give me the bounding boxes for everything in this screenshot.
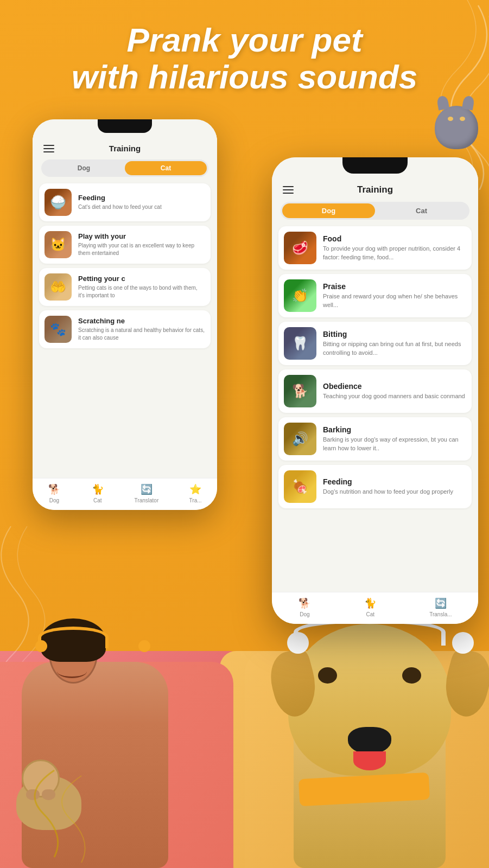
dog-eye-right [402, 667, 421, 684]
item-title: Bitting [323, 330, 466, 339]
item-image: 🐾 [45, 316, 72, 343]
list-item[interactable]: 🐕 Obedience Teaching your dog good manne… [278, 369, 472, 413]
headphone-right [138, 640, 150, 652]
item-image: 🔊 [284, 423, 316, 455]
list-item[interactable]: 👏 Praise Praise and reward your dog when… [278, 274, 472, 317]
woman-dog-photo [0, 602, 233, 868]
cat-eye-left [448, 117, 453, 121]
smile [57, 665, 87, 678]
list-item[interactable]: 🥩 Food To provide your dog with proper n… [278, 226, 472, 270]
item-title: Feeding [78, 194, 205, 202]
nav-extra-back[interactable]: ⭐ Tra... [189, 483, 202, 503]
phone-back-screen: Training Dog Cat 🍚 Feeding Cat's diet an… [33, 119, 217, 510]
cord-decoration [0, 760, 163, 868]
item-text: Bitting Bitting or nipping can bring out… [323, 330, 466, 357]
item-desc: Praise and reward your dog when he/ she … [323, 292, 466, 309]
item-image: 👏 [284, 279, 316, 312]
hero-section: Prank your pet with hilarious sounds [0, 22, 489, 95]
golden-retriever [277, 608, 484, 868]
dog-headphones-photo [245, 591, 489, 868]
cat-icon: 🐈 [91, 483, 104, 496]
nav-translator-front[interactable]: 🔄 Transla... [429, 597, 452, 617]
tab-dog-back[interactable]: Dog [43, 161, 125, 175]
bottom-photos [0, 586, 489, 868]
tab-dog-front[interactable]: Dog [282, 203, 375, 218]
headphone-left [35, 640, 47, 652]
tab-switcher-front: Dog Cat [281, 202, 469, 220]
translator-icon-front: 🔄 [434, 597, 447, 610]
item-desc: Teaching your dog good manners and basic… [323, 392, 466, 400]
tab-cat-front[interactable]: Cat [375, 203, 468, 218]
phone-back-title: Training [109, 144, 141, 153]
phone-front: Training Dog Cat 🥩 Food To provide your … [272, 157, 478, 624]
list-item[interactable]: 🍚 Feeding Cat's diet and how to feed you… [39, 183, 211, 221]
hero-title: Prank your pet with hilarious sounds [16, 22, 473, 95]
item-text: Feeding Dog's nutrition and how to feed … [323, 477, 466, 496]
notch-back [98, 119, 152, 133]
item-image: 🦷 [284, 327, 316, 360]
dog-tongue [353, 751, 386, 770]
item-text: Petting your c Petting cats is one of th… [78, 275, 205, 299]
cat-eye-right [460, 117, 465, 121]
item-image: 🍚 [45, 189, 72, 216]
list-item[interactable]: 🔊 Barking Barking is your dog's way of e… [278, 417, 472, 461]
item-text: Food To provide your dog with proper nut… [323, 234, 466, 261]
cat-decoration [435, 106, 484, 160]
nav-translator-back[interactable]: 🔄 Translator [135, 483, 159, 503]
bottom-nav-back: 🐕 Dog 🐈 Cat 🔄 Translator ⭐ Tra... [33, 478, 217, 510]
phone-front-topbar: Training [272, 176, 478, 200]
dog-icon-front: 🐕 [298, 597, 311, 610]
item-image: 🐕 [284, 375, 316, 407]
item-desc: Scratching is a natural and healthy beha… [78, 327, 205, 342]
dog-headphone-cup-right [452, 632, 474, 654]
item-title: Barking [323, 425, 466, 434]
list-item[interactable]: 🦷 Bitting Bitting or nipping can bring o… [278, 322, 472, 365]
list-item[interactable]: 🤲 Petting your c Petting cats is one of … [39, 268, 211, 306]
nav-dog-front[interactable]: 🐕 Dog [298, 597, 311, 617]
item-title: Scratching ne [78, 317, 205, 325]
nav-cat-back[interactable]: 🐈 Cat [91, 483, 104, 503]
phone-back: Training Dog Cat 🍚 Feeding Cat's diet an… [33, 119, 217, 510]
tab-cat-back[interactable]: Cat [125, 161, 207, 175]
nav-cat-front[interactable]: 🐈 Cat [364, 597, 377, 617]
item-desc: Cat's diet and how to feed your cat [78, 203, 205, 211]
phone-back-topbar: Training [33, 135, 217, 157]
item-image: 🥩 [284, 232, 316, 264]
list-back: 🍚 Feeding Cat's diet and how to feed you… [33, 181, 217, 478]
list-item[interactable]: 🐱 Play with your Playing with your cat i… [39, 226, 211, 264]
extra-icon: ⭐ [189, 483, 202, 496]
phone-front-title: Training [357, 184, 393, 195]
phone-front-screen: Training Dog Cat 🥩 Food To provide your … [272, 157, 478, 624]
translator-icon: 🔄 [140, 483, 153, 496]
item-image: 🍖 [284, 470, 316, 503]
bottom-nav-front: 🐕 Dog 🐈 Cat 🔄 Transla... [272, 592, 478, 624]
item-image: 🐱 [45, 231, 72, 258]
item-text: Praise Praise and reward your dog when h… [323, 282, 466, 309]
item-text: Feeding Cat's diet and how to feed your … [78, 194, 205, 211]
item-image: 🤲 [45, 273, 72, 301]
item-title: Feeding [323, 477, 466, 486]
item-title: Food [323, 234, 466, 243]
phones-container: Training Dog Cat 🍚 Feeding Cat's diet an… [0, 119, 489, 564]
dog-nose [348, 727, 391, 754]
item-desc: Barking is your dog's way of expression,… [323, 436, 466, 452]
list-item[interactable]: 🍖 Feeding Dog's nutrition and how to fee… [278, 465, 472, 508]
cat-icon-front: 🐈 [364, 597, 377, 610]
item-title: Praise [323, 282, 466, 291]
item-desc: Petting cats is one of the ways to bond … [78, 284, 205, 299]
item-title: Petting your c [78, 275, 205, 283]
item-text: Scratching ne Scratching is a natural an… [78, 317, 205, 342]
tab-switcher-back: Dog Cat [41, 159, 208, 177]
list-item[interactable]: 🐾 Scratching ne Scratching is a natural … [39, 310, 211, 348]
headphones-arc [38, 627, 109, 648]
item-title: Obedience [323, 382, 466, 391]
notch-front [342, 157, 408, 174]
item-desc: Dog's nutrition and how to feed your dog… [323, 488, 466, 496]
item-text: Play with your Playing with your cat is … [78, 232, 205, 257]
menu-icon-front[interactable] [283, 186, 294, 194]
nav-dog-back[interactable]: 🐕 Dog [48, 483, 61, 503]
item-desc: To provide your dog with proper nutritio… [323, 245, 466, 261]
menu-icon-back[interactable] [43, 145, 54, 152]
item-title: Play with your [78, 232, 205, 240]
item-text: Obedience Teaching your dog good manners… [323, 382, 466, 400]
